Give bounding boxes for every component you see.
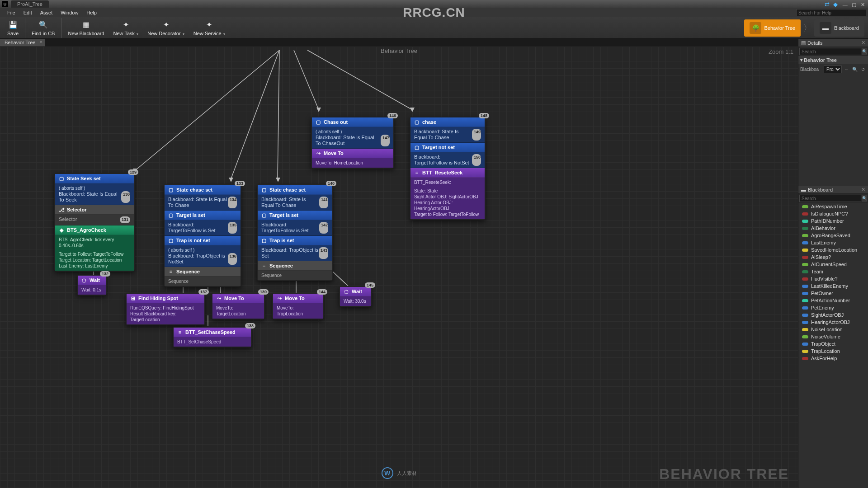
new-task-button[interactable]: ✦New Task ▾ <box>109 18 143 38</box>
node-chase-out[interactable]: 146 ▢Chase out ( aborts self )Blackboard… <box>311 117 394 169</box>
blackboard-key[interactable]: Team <box>798 268 868 275</box>
svg-marker-16 <box>410 108 415 112</box>
decorator-icon: ▢ <box>414 145 420 150</box>
blackboard-key[interactable]: AiRespawnTime <box>798 203 868 210</box>
close-icon[interactable]: ✕ <box>861 40 865 46</box>
blackboard-icon: ▦ <box>81 20 91 30</box>
type-pill-icon <box>802 256 808 259</box>
maximize-button[interactable]: ▢ <box>850 2 858 7</box>
svg-line-3 <box>294 50 319 110</box>
blackboard-key-name: AiRespawnTime <box>811 204 847 209</box>
blackboard-panel: ▬Blackboard✕ 🔍 AiRespawnTimeIsDialogueNP… <box>798 186 868 488</box>
blackboard-key[interactable]: AskForHelp <box>798 355 868 362</box>
right-panel: ▤Details✕ 🔍 ▤ 👁 ▾Behavior Tree Blackboa … <box>798 39 868 488</box>
blackboard-asset-select[interactable]: ProAI <box>824 66 842 73</box>
blackboard-key[interactable]: TrapObject <box>798 340 868 347</box>
source-control-icon[interactable]: ⇄ <box>825 1 830 8</box>
type-pill-icon <box>802 249 808 252</box>
node-find-hiding-spot[interactable]: 137 ⊞Find Hiding Spot RunEQSQuery: FindH… <box>126 293 205 325</box>
asset-tab[interactable]: ProAI_Tree <box>11 0 49 8</box>
details-header[interactable]: ▤Details✕ <box>798 39 868 47</box>
menu-edit[interactable]: Edit <box>20 9 36 16</box>
blackboard-key[interactable]: AgroRangeSaved <box>798 232 868 239</box>
titlebar: U ProAI_Tree ⇄ ◆ — ▢ ✕ <box>0 0 868 8</box>
blackboard-key[interactable]: PetOwner <box>798 290 868 297</box>
node-set-chase-speed[interactable]: 138 ≡BTT_SetChaseSpeed BTT_SetChaseSpeed <box>173 327 252 347</box>
blackboard-key[interactable]: TrapLocation <box>798 347 868 355</box>
details-search-input[interactable] <box>799 48 861 55</box>
svg-marker-14 <box>276 178 280 182</box>
menu-window[interactable]: Window <box>57 9 82 16</box>
menu-help[interactable]: Help <box>83 9 100 16</box>
blackboard-key[interactable]: HearingActorOBJ <box>798 319 868 326</box>
mode-blackboard[interactable]: ▬Blackboard <box>814 19 864 37</box>
close-icon[interactable]: ✕ <box>39 40 43 44</box>
save-button[interactable]: 💾Save <box>3 18 23 38</box>
find-icon[interactable]: 🔍 <box>852 66 858 73</box>
node-state-chase-seq2[interactable]: 140 ▢State chase set Blackboard: State I… <box>257 184 333 281</box>
node-state-seek-set[interactable]: 129 ▢State Seek set ( aborts self )Black… <box>54 173 135 272</box>
site-watermark: W人人素材 <box>382 467 417 479</box>
node-moveto-trap[interactable]: 144 ⤳Move To MoveTo: TrapLocation <box>272 293 324 319</box>
type-pill-icon <box>802 285 808 288</box>
eqs-icon: ⊞ <box>130 296 136 301</box>
menu-file[interactable]: File <box>4 9 19 16</box>
blackboard-key[interactable]: AIBehavior <box>798 225 868 232</box>
blackboard-header[interactable]: ▬Blackboard✕ <box>798 186 868 194</box>
graph-tab[interactable]: Behavior Tree✕ <box>0 39 45 46</box>
blackboard-key[interactable]: NoiseVolume <box>798 333 868 340</box>
blackboard-key[interactable]: PetActionNumber <box>798 297 868 304</box>
node-chase-reset[interactable]: 148 ▢chase Blackboard: State Is Equal To… <box>410 117 486 220</box>
browse-icon[interactable]: ← <box>844 66 850 73</box>
node-state-chase-seq1[interactable]: 133 ▢State chase set Blackboard: State I… <box>164 184 241 287</box>
new-service-button[interactable]: ✦New Service ▾ <box>189 18 230 38</box>
mode-behavior-tree[interactable]: 🌳Behavior Tree <box>744 19 800 37</box>
details-category[interactable]: ▾Behavior Tree <box>798 56 868 64</box>
blackboard-key[interactable]: AICurrentSpeed <box>798 261 868 268</box>
search-icon[interactable]: 🔍 <box>862 48 867 55</box>
blackboard-key[interactable]: PetEnemy <box>798 304 868 311</box>
blackboard-key[interactable]: PathIDNumber <box>798 217 868 225</box>
blackboard-key[interactable]: SavedHomeLocation <box>798 246 868 253</box>
new-decorator-button[interactable]: ✦New Decorator ▾ <box>143 18 189 38</box>
blackboard-key-name: HudVisible? <box>811 276 838 282</box>
blackboard-key[interactable]: HudVisible? <box>798 275 868 282</box>
blackboard-key-name: LastKilledEnemy <box>811 283 848 289</box>
blackboard-key[interactable]: IsDialogueNPC? <box>798 210 868 217</box>
type-pill-icon <box>802 220 808 223</box>
node-moveto-target[interactable]: 139 ⤳Move To MoveTo: TargetLocation <box>212 293 265 319</box>
menu-asset[interactable]: Asset <box>37 9 57 16</box>
blackboard-key[interactable]: LastEnemy <box>798 239 868 246</box>
node-wait-30[interactable]: 145 ◌Wait Wait: 30.0s <box>339 286 372 307</box>
minimize-button[interactable]: — <box>841 2 849 7</box>
save-icon: 💾 <box>8 20 18 30</box>
details-panel: ▤Details✕ 🔍 ▤ 👁 ▾Behavior Tree Blackboa … <box>798 39 868 186</box>
blackboard-key[interactable]: LastKilledEnemy <box>798 282 868 290</box>
toolbar: 💾Save 🔍Find in CB ▦New Blackboard ✦New T… <box>0 17 868 39</box>
blackboard-search-input[interactable] <box>799 195 861 202</box>
blackboard-key[interactable]: SightActorOBJ <box>798 311 868 319</box>
decorator-icon: ▢ <box>261 187 267 192</box>
type-pill-icon <box>802 263 808 266</box>
node-wait-01[interactable]: 132 ◌Wait Wait: 0.1s <box>77 275 107 296</box>
blackboard-icon: ▬ <box>801 187 806 192</box>
search-help-input[interactable] <box>796 9 866 16</box>
blackboard-key[interactable]: NoiseLocation <box>798 326 868 333</box>
blackboard-key-list[interactable]: AiRespawnTimeIsDialogueNPC?PathIDNumberA… <box>798 203 868 488</box>
close-icon[interactable]: ✕ <box>861 187 865 192</box>
new-blackboard-button[interactable]: ▦New Blackboard <box>63 18 108 38</box>
service-icon: ✦ <box>204 20 214 30</box>
find-in-cb-button[interactable]: 🔍Find in CB <box>27 18 59 38</box>
close-button[interactable]: ✕ <box>859 2 866 7</box>
graph-canvas[interactable]: Behavior Tree Zoom 1:1 BEHAVIOR TREE W人人… <box>0 47 798 488</box>
blackboard-key-name: NoiseVolume <box>811 334 840 339</box>
type-pill-icon <box>802 343 808 346</box>
decorator-icon: ▢ <box>168 212 174 218</box>
svg-line-4 <box>307 50 412 110</box>
blackboard-key[interactable]: AiSleep? <box>798 253 868 261</box>
marketplace-icon[interactable]: ◆ <box>833 1 838 8</box>
reset-icon[interactable]: ↺ <box>860 66 866 73</box>
type-pill-icon <box>802 357 808 360</box>
decorator-icon: ▢ <box>316 119 321 125</box>
search-icon[interactable]: 🔍 <box>862 195 867 202</box>
